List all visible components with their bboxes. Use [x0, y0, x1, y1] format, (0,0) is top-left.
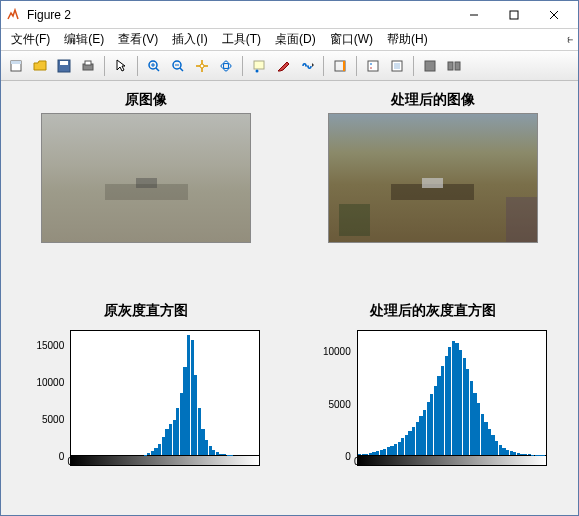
- grayscale-colorbar: [70, 456, 260, 466]
- svg-rect-32: [455, 62, 460, 70]
- y-tick-label: 0: [345, 451, 351, 462]
- toolbar-separator: [242, 56, 243, 76]
- subplot-title: 原图像: [125, 91, 167, 109]
- subplot-title: 原灰度直方图: [104, 302, 188, 320]
- toolbar-separator: [323, 56, 324, 76]
- print-icon[interactable]: [77, 55, 99, 77]
- menu-item-3[interactable]: 插入(I): [166, 29, 213, 50]
- y-tick-label: 5000: [42, 413, 64, 424]
- pan-icon[interactable]: [191, 55, 213, 77]
- svg-point-19: [224, 61, 229, 71]
- image-original[interactable]: [41, 113, 251, 243]
- subplot-title: 处理后的灰度直方图: [370, 302, 496, 320]
- window-title: Figure 2: [27, 8, 454, 22]
- svg-point-18: [221, 63, 231, 68]
- titlebar[interactable]: Figure 2: [1, 1, 578, 29]
- histogram-original[interactable]: 0500010000150000100200: [26, 324, 266, 484]
- svg-rect-24: [343, 61, 345, 71]
- open-icon[interactable]: [29, 55, 51, 77]
- svg-rect-7: [60, 61, 68, 65]
- rotate3d-icon[interactable]: [215, 55, 237, 77]
- plot-area[interactable]: [70, 330, 260, 456]
- y-tick-label: 10000: [36, 376, 64, 387]
- menu-item-2[interactable]: 查看(V): [112, 29, 164, 50]
- svg-rect-31: [448, 62, 453, 70]
- plot-area[interactable]: [357, 330, 547, 456]
- menu-item-5[interactable]: 桌面(D): [269, 29, 322, 50]
- zoom-out-icon[interactable]: [167, 55, 189, 77]
- subplot-title: 处理后的图像: [391, 91, 475, 109]
- toolbar-separator: [413, 56, 414, 76]
- toolbar-separator: [137, 56, 138, 76]
- grayscale-colorbar: [357, 456, 547, 466]
- subplot-original-image: 原图像: [9, 91, 284, 294]
- subplot-processed-image: 处理后的图像: [296, 91, 571, 294]
- svg-rect-30: [425, 61, 435, 71]
- pointer-icon[interactable]: [110, 55, 132, 77]
- svg-rect-25: [368, 61, 378, 71]
- menu-item-0[interactable]: 文件(F): [5, 29, 56, 50]
- colorbar-icon[interactable]: [329, 55, 351, 77]
- toolbar-separator: [104, 56, 105, 76]
- menu-item-7[interactable]: 帮助(H): [381, 29, 434, 50]
- maximize-button[interactable]: [494, 1, 534, 29]
- figure-content: 原图像 处理后的图像 原灰度直方图 0500010000150000100200…: [1, 81, 578, 515]
- svg-rect-9: [85, 61, 91, 65]
- menubar: 文件(F)编辑(E)查看(V)插入(I)工具(T)桌面(D)窗口(W)帮助(H)…: [1, 29, 578, 51]
- svg-point-21: [256, 69, 259, 72]
- brush-icon[interactable]: [272, 55, 294, 77]
- svg-line-11: [156, 68, 159, 71]
- y-tick-label: 5000: [329, 398, 351, 409]
- svg-rect-5: [11, 61, 21, 64]
- subplot-processed-histogram: 处理后的灰度直方图 05000100000100200: [296, 302, 571, 505]
- svg-line-15: [180, 68, 183, 71]
- link-icon[interactable]: [296, 55, 318, 77]
- hide-tools-icon[interactable]: [419, 55, 441, 77]
- show-tools-icon[interactable]: [443, 55, 465, 77]
- close-button[interactable]: [534, 1, 574, 29]
- svg-rect-20: [254, 61, 264, 69]
- menu-item-1[interactable]: 编辑(E): [58, 29, 110, 50]
- y-tick-label: 15000: [36, 339, 64, 350]
- insert-icon[interactable]: [386, 55, 408, 77]
- svg-rect-1: [510, 11, 518, 19]
- datacursor-icon[interactable]: [248, 55, 270, 77]
- legend-icon[interactable]: [362, 55, 384, 77]
- figure-window: Figure 2 文件(F)编辑(E)查看(V)插入(I)工具(T)桌面(D)窗…: [0, 0, 579, 516]
- svg-point-17: [200, 64, 204, 68]
- menu-item-4[interactable]: 工具(T): [216, 29, 267, 50]
- toolbar-separator: [356, 56, 357, 76]
- y-tick-label: 10000: [323, 346, 351, 357]
- menu-item-6[interactable]: 窗口(W): [324, 29, 379, 50]
- zoom-in-icon[interactable]: [143, 55, 165, 77]
- save-icon[interactable]: [53, 55, 75, 77]
- matlab-icon: [5, 7, 21, 23]
- new-figure-icon[interactable]: [5, 55, 27, 77]
- dock-icon[interactable]: ⥼: [566, 34, 574, 45]
- minimize-button[interactable]: [454, 1, 494, 29]
- toolbar: [1, 51, 578, 81]
- histogram-processed[interactable]: 05000100000100200: [313, 324, 553, 484]
- subplot-original-histogram: 原灰度直方图 0500010000150000100200: [9, 302, 284, 505]
- y-tick-label: 0: [59, 451, 65, 462]
- image-processed[interactable]: [328, 113, 538, 243]
- svg-rect-29: [394, 63, 400, 69]
